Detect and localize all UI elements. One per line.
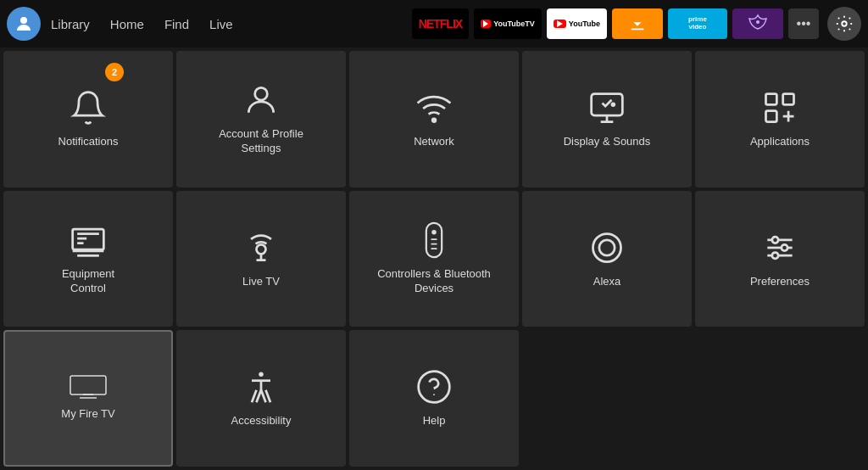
empty-slot-1 [522, 330, 692, 467]
wifi-icon [415, 89, 453, 126]
svg-point-17 [593, 233, 621, 261]
prime-label: primevideo [688, 16, 707, 31]
applications-item[interactable]: Applications [695, 51, 865, 187]
extra-icon [748, 14, 768, 34]
equipment-control-item[interactable]: EquipmentControl [3, 191, 173, 327]
svg-rect-8 [783, 93, 794, 104]
empty-slot-2 [695, 330, 865, 467]
accessibility-item[interactable]: Accessibility [176, 330, 346, 467]
svg-point-6 [611, 102, 616, 107]
top-nav: Library Home Find Live NETFLIX YouTubeTV… [0, 0, 868, 48]
svg-point-3 [255, 88, 268, 101]
alexa-label: Alexa [593, 275, 621, 289]
ytv-logo [481, 20, 491, 28]
yt-text: YouTube [569, 20, 600, 28]
svg-rect-10 [73, 229, 104, 249]
svg-point-22 [772, 237, 778, 243]
my-fire-tv-item[interactable]: My Fire TV [3, 330, 173, 467]
svg-point-2 [842, 21, 847, 26]
notifications-label: Notifications [58, 135, 119, 149]
preferences-item[interactable]: Preferences [695, 191, 865, 327]
svg-point-13 [431, 230, 437, 235]
apps-icon [761, 89, 798, 126]
svg-rect-15 [431, 243, 437, 245]
extra-app[interactable] [732, 8, 783, 39]
nav-library[interactable]: Library [51, 14, 90, 35]
more-button[interactable]: ••• [788, 8, 819, 39]
avatar-icon [14, 14, 34, 34]
sliders-icon [761, 229, 798, 266]
svg-rect-7 [766, 93, 777, 104]
youtubetv-app[interactable]: YouTubeTV [474, 8, 542, 39]
svg-point-1 [756, 20, 760, 24]
account-profile-label: Account & ProfileSettings [219, 127, 303, 156]
notifications-item[interactable]: 2 Notifications [3, 51, 173, 187]
svg-point-26 [259, 372, 264, 378]
netflix-label: NETFLIX [419, 17, 462, 31]
svg-point-18 [599, 239, 615, 255]
display-sounds-label: Display & Sounds [564, 135, 651, 149]
ytv-text: YouTubeTV [493, 20, 535, 28]
help-item[interactable]: Help [349, 330, 519, 467]
live-tv-label: Live TV [242, 275, 280, 289]
nav-apps: NETFLIX YouTubeTV YouTube primevideo [412, 7, 861, 41]
gear-icon [835, 14, 854, 33]
avatar[interactable] [7, 7, 41, 41]
firetv-icon [70, 375, 107, 399]
accessibility-label: Accessibility [231, 414, 292, 428]
remote-icon [420, 221, 448, 259]
nav-live[interactable]: Live [209, 14, 233, 35]
settings-button[interactable] [827, 7, 861, 41]
help-label: Help [423, 414, 446, 428]
nav-find[interactable]: Find [164, 14, 189, 35]
preferences-label: Preferences [750, 275, 810, 289]
svg-point-0 [20, 17, 27, 24]
alexa-item[interactable]: Alexa [522, 191, 692, 327]
svg-rect-9 [766, 111, 777, 122]
settings-grid: 2 Notifications Account & ProfileSetting… [0, 48, 868, 470]
network-label: Network [414, 135, 454, 149]
svg-point-24 [772, 252, 778, 258]
svg-point-23 [782, 244, 787, 250]
alexa-icon [588, 229, 626, 266]
controllers-bluetooth-label: Controllers & BluetoothDevices [377, 267, 491, 296]
prime-app[interactable]: primevideo [668, 8, 727, 39]
person-icon [242, 81, 280, 119]
account-profile-item[interactable]: Account & ProfileSettings [176, 51, 346, 187]
svg-point-28 [433, 394, 435, 395]
downloader-app[interactable] [612, 8, 663, 39]
svg-point-11 [257, 244, 266, 254]
nav-links: Library Home Find Live [51, 14, 233, 35]
applications-label: Applications [750, 135, 810, 149]
monitor-icon [70, 221, 107, 259]
downloader-icon [628, 14, 647, 33]
controllers-bluetooth-item[interactable]: Controllers & BluetoothDevices [349, 191, 519, 327]
nav-home[interactable]: Home [110, 14, 144, 35]
antenna-icon [242, 229, 280, 266]
network-item[interactable]: Network [349, 51, 519, 187]
my-fire-tv-label: My Fire TV [61, 407, 114, 422]
display-icon [588, 89, 626, 126]
bell-icon [70, 89, 107, 126]
youtube-app[interactable]: YouTube [547, 8, 607, 39]
svg-point-27 [419, 372, 450, 403]
svg-rect-16 [431, 248, 437, 249]
help-icon [415, 368, 453, 406]
notification-badge: 2 [105, 63, 124, 81]
accessibility-icon [242, 368, 280, 406]
svg-point-4 [432, 119, 436, 122]
live-tv-item[interactable]: Live TV [176, 191, 346, 327]
svg-rect-25 [70, 376, 106, 394]
equipment-control-label: EquipmentControl [62, 267, 114, 296]
yt-play-icon [557, 20, 563, 27]
svg-rect-14 [431, 238, 437, 240]
ytv-play-icon [483, 20, 488, 27]
netflix-app[interactable]: NETFLIX [412, 8, 469, 39]
display-sounds-item[interactable]: Display & Sounds [522, 51, 692, 187]
more-label: ••• [797, 16, 811, 31]
yt-logo [554, 20, 566, 28]
